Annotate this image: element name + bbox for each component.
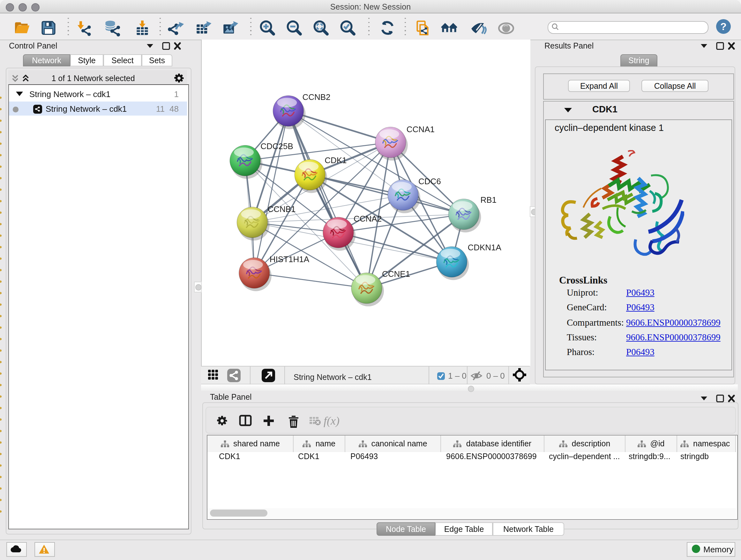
svg-text:CCNA1: CCNA1	[407, 125, 434, 134]
svg-text:RB1: RB1	[480, 195, 496, 205]
svg-text:CCNB2: CCNB2	[302, 92, 330, 102]
svg-text:CCNB1: CCNB1	[267, 204, 295, 214]
svg-text:0 – 0: 0 – 0	[486, 371, 505, 381]
svg-text:CDC25B: CDC25B	[260, 141, 293, 151]
svg-text:CDKN1A: CDKN1A	[468, 243, 501, 252]
svg-text:CDK1: CDK1	[325, 155, 347, 165]
svg-text:CDC6: CDC6	[418, 177, 441, 186]
svg-text:CCNE1: CCNE1	[382, 269, 410, 279]
svg-text:HIST1H1A: HIST1H1A	[270, 254, 310, 264]
svg-text:1 – 0: 1 – 0	[448, 371, 467, 381]
svg-text:CCNA2: CCNA2	[354, 214, 382, 224]
svg-text:f(x): f(x)	[324, 415, 340, 427]
